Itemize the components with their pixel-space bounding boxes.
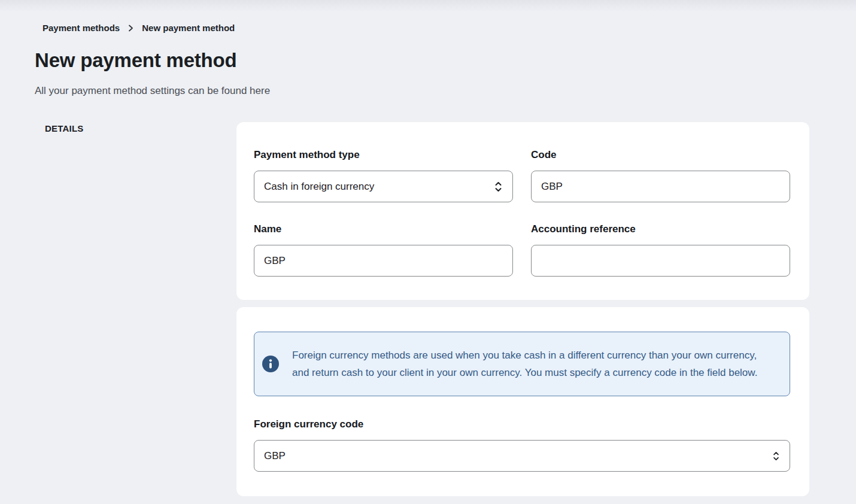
accounting-reference-label: Accounting reference [531, 223, 790, 235]
chevron-up-down-icon [494, 181, 503, 193]
field-payment-method-type: Payment method type Cash in foreign curr… [254, 149, 513, 202]
code-input[interactable] [531, 171, 790, 202]
info-banner-text: Foreign currency methods are used when y… [292, 347, 775, 381]
field-foreign-currency-code: Foreign currency code GBP [254, 418, 790, 472]
field-accounting-reference: Accounting reference [531, 223, 790, 277]
code-label: Code [531, 149, 790, 161]
page-title: New payment method [35, 49, 236, 72]
breadcrumb-item-new-payment-method[interactable]: New payment method [142, 23, 235, 33]
field-code: Code [531, 149, 790, 202]
field-name: Name [254, 223, 513, 277]
info-icon [262, 356, 279, 372]
page-subtitle: All your payment method settings can be … [35, 85, 270, 97]
top-scroll-shadow [0, 0, 856, 12]
info-banner: Foreign currency methods are used when y… [254, 332, 790, 396]
foreign-currency-card: Foreign currency methods are used when y… [236, 307, 809, 496]
section-label-details: DETAILS [45, 123, 83, 133]
chevron-up-down-icon [772, 451, 780, 462]
name-input[interactable] [254, 245, 513, 277]
details-card: Payment method type Cash in foreign curr… [236, 122, 809, 300]
payment-method-type-select-value: Cash in foreign currency [264, 181, 374, 193]
breadcrumb-item-payment-methods[interactable]: Payment methods [43, 23, 120, 33]
payment-method-type-label: Payment method type [254, 149, 513, 161]
form-cards: Payment method type Cash in foreign curr… [236, 122, 809, 496]
breadcrumb: Payment methods New payment method [43, 23, 235, 33]
foreign-currency-code-select[interactable]: GBP [254, 440, 790, 472]
foreign-currency-code-label: Foreign currency code [254, 418, 790, 430]
chevron-right-icon [128, 25, 133, 32]
payment-method-type-select[interactable]: Cash in foreign currency [254, 171, 513, 202]
foreign-currency-code-select-value: GBP [264, 450, 286, 462]
name-label: Name [254, 223, 513, 235]
accounting-reference-input[interactable] [531, 245, 790, 277]
